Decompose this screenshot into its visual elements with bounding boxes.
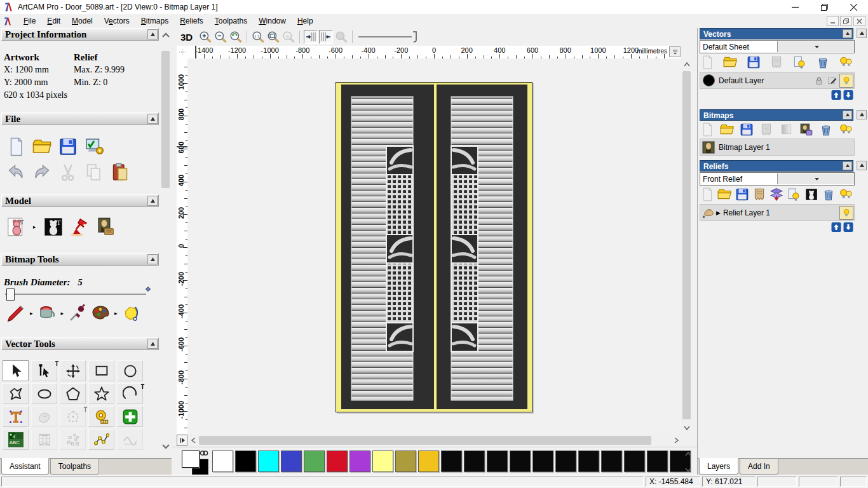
scroll-down-icon[interactable] [682,423,692,433]
brush-diameter-slider-handle[interactable] [6,288,15,301]
ruler-toggle-button[interactable] [177,435,187,446]
tab-layers[interactable]: Layers [699,458,738,475]
collapse-bitmap-tools-button[interactable] [147,254,158,264]
palette-swatch[interactable] [624,451,645,472]
select-vectors-button[interactable] [3,360,29,381]
palette-swatch[interactable] [578,451,599,472]
zoom-box-button[interactable] [266,30,280,44]
collapse-model-button[interactable] [147,196,158,206]
zoom-1to1-button[interactable]: 1:1 [251,30,265,44]
collapse-bitmaps-button[interactable] [843,111,852,119]
scroll-down-icon[interactable] [161,441,171,451]
open-model-button[interactable] [32,137,51,156]
h-scrollbar[interactable] [177,434,681,447]
palette-scrollbar[interactable] [683,449,693,475]
envelope-distortion-button[interactable] [31,429,57,450]
greyscale-layer-button[interactable] [780,123,794,137]
new-relief-layer-button[interactable] [700,187,714,201]
delete-bitmap-layer-button[interactable] [819,123,833,137]
move-relief-down-button[interactable] [843,222,853,232]
scroll-right-icon[interactable] [671,435,681,445]
paste-button[interactable] [111,163,130,182]
preview-relief-button[interactable] [334,30,348,44]
relief-layer-row[interactable]: ▶ Relief Layer 1 [700,204,855,221]
primary-colour-swatch[interactable] [182,451,200,468]
relief-visibility-bulb-button[interactable] [839,206,853,220]
delete-vector-layer-button[interactable] [816,55,830,69]
palette-swatch[interactable] [235,451,256,472]
measure-tool-button[interactable] [88,406,114,427]
open-bitmap-layer-button[interactable] [720,123,734,137]
magic-wand-button[interactable] [122,304,141,323]
palette-swatch[interactable] [212,451,233,472]
create-star-button[interactable] [88,383,114,404]
menu-toolpaths[interactable]: Toolpaths [209,15,253,27]
primary-secondary-colour-selector[interactable] [182,451,211,475]
save-bitmap-layer-button[interactable] [740,123,754,137]
adjust-model-button[interactable]: T [44,217,63,236]
tab-toolpaths[interactable]: Toolpaths [50,459,99,475]
delete-relief-layer-button[interactable] [822,187,836,201]
mdi-minimize-button[interactable] [827,16,839,26]
create-freehand-button[interactable] [3,383,29,404]
open-relief-layer-button[interactable] [717,187,731,201]
menu-window[interactable]: Window [253,15,292,27]
snap-layer-button[interactable] [826,74,839,87]
tab-assistant[interactable]: Assistant [1,458,49,475]
palette-swatch[interactable] [647,451,668,472]
tab-add-in[interactable]: Add In [740,459,778,475]
palette-swatch[interactable] [281,451,302,472]
colour-palette-button[interactable] [91,304,110,323]
palette-swatch[interactable] [349,451,370,472]
lighting-button[interactable] [70,217,89,236]
palette-swatch[interactable] [395,451,416,472]
palette-swatch[interactable] [510,451,531,472]
h-scrollbar-thumb[interactable] [199,436,651,445]
collapse-reliefs-button[interactable] [843,161,852,170]
fade-bitmap-left-button[interactable] [304,30,318,44]
vector-sheet-combo[interactable]: Default Sheet [700,40,855,53]
canvas-viewport[interactable] [187,58,681,434]
menu-bitmaps[interactable]: Bitmaps [135,15,174,27]
open-vector-layer-button[interactable] [723,55,737,69]
scrollbar-thumb[interactable] [161,51,170,188]
collapse-file-button[interactable] [147,114,158,124]
block-paste-button[interactable] [117,406,143,427]
scroll-up-icon[interactable] [682,60,692,70]
toggle-all-visibility-button[interactable] [839,123,853,137]
toggle-all-visibility-button[interactable] [839,55,853,69]
palette-swatch[interactable] [418,451,439,472]
new-model-button[interactable] [6,137,25,156]
palette-swatch[interactable] [601,451,622,472]
palette-swatch[interactable] [532,451,553,472]
transform-vectors-button[interactable] [60,360,86,381]
minimize-button[interactable] [780,0,810,14]
chevron-down-icon[interactable] [777,173,855,184]
bitmap-preview-button[interactable] [799,123,813,137]
restore-button[interactable] [810,0,839,14]
save-relief-layer-button[interactable] [735,187,749,201]
zoom-previous-button[interactable] [229,30,243,44]
palette-swatch[interactable] [555,451,576,472]
menu-edit[interactable]: Edit [41,15,66,27]
collapse-vector-tools-button[interactable] [147,339,158,349]
new-bitmap-layer-button[interactable] [700,123,714,137]
menu-model[interactable]: Model [66,15,98,27]
v-scrollbar[interactable] [681,58,693,434]
link-colours-icon[interactable] [200,449,208,456]
offset-vector-button[interactable] [60,406,86,427]
flyout-arrow-icon[interactable]: ▸ [33,224,36,230]
scroll-left-icon[interactable] [189,435,199,445]
hide-reliefs-panel-button[interactable] [857,161,867,170]
copy-button[interactable] [85,163,104,182]
pick-colour-button[interactable] [68,304,87,323]
switch-3d-view-button[interactable]: 3D [180,32,193,43]
palette-swatch[interactable] [441,451,462,472]
palette-swatch[interactable] [464,451,485,472]
load-bitmap-button[interactable] [96,217,115,236]
create-circle-button[interactable] [117,360,143,381]
palette-scroll-down-icon[interactable] [683,464,693,475]
redo-button[interactable] [32,163,51,182]
save-model-button[interactable] [58,137,78,156]
zoom-in-button[interactable] [198,30,212,44]
